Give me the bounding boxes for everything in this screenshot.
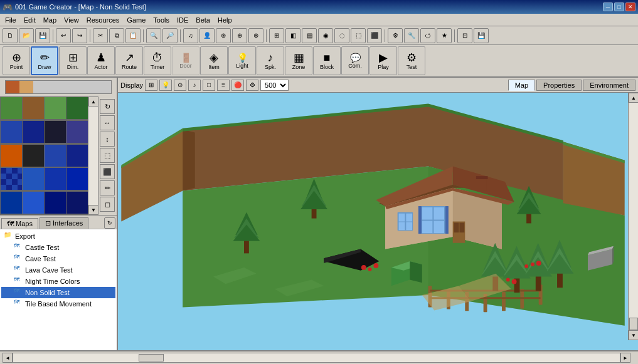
tile-scrollbar[interactable]: ▲ ▼ <box>88 96 98 215</box>
display-btn-5[interactable]: □ <box>203 80 215 91</box>
toolbar-redo[interactable]: ↪ <box>72 28 87 43</box>
hscroll-left-button[interactable]: ◄ <box>3 353 13 363</box>
toolbar-b3[interactable]: ⊗ <box>248 28 263 43</box>
tile-cell[interactable] <box>66 144 88 167</box>
tree-refresh-button[interactable]: ↻ <box>104 217 115 229</box>
tool-block[interactable]: ■ Block <box>313 46 341 75</box>
tile-cell[interactable] <box>44 96 67 120</box>
toolbar-b15[interactable]: 💾 <box>474 28 489 43</box>
tile-cell[interactable] <box>44 191 67 214</box>
tab-environment[interactable]: Environment <box>583 80 635 91</box>
tab-map[interactable]: Map <box>508 80 535 91</box>
tab-properties[interactable]: Properties <box>536 80 582 91</box>
tool-door[interactable]: 🚪 Door <box>172 46 199 75</box>
tile-cell[interactable] <box>66 167 88 190</box>
tree-item-non-solid-test[interactable]: 🗺 Non Solid Test <box>1 287 115 298</box>
toolbar-b8[interactable]: ⬚ <box>351 28 366 43</box>
tile-tool-flip-h[interactable]: ↔ <box>100 115 115 130</box>
tree-item-castle-test[interactable]: 🗺 Castle Test <box>1 242 115 253</box>
map-view[interactable]: ▲ ▼ <box>118 93 638 350</box>
tool-com[interactable]: 💬 Com. <box>341 46 369 75</box>
tab-interfaces[interactable]: ⊡ Interfaces <box>40 217 88 229</box>
tile-cell[interactable] <box>44 120 67 143</box>
toolbar-b14[interactable]: ⊡ <box>457 28 472 43</box>
toolbar-paste[interactable]: 📋 <box>125 28 141 43</box>
tile-tool-rotate[interactable]: ↻ <box>100 99 115 114</box>
tile-cell[interactable] <box>22 144 45 167</box>
display-btn-3[interactable]: ⊙ <box>174 80 186 91</box>
toolbar-grid[interactable]: ⊞ <box>269 28 284 43</box>
toolbar-zoom-out[interactable]: 🔎 <box>162 28 178 43</box>
toolbar-b7[interactable]: ◌ <box>334 28 349 43</box>
menu-help[interactable]: Help <box>214 15 236 25</box>
menu-edit[interactable]: Edit <box>20 15 40 25</box>
toolbar-b2[interactable]: ⊕ <box>232 28 247 43</box>
scroll-down-button[interactable]: ▼ <box>88 205 98 215</box>
tool-actor[interactable]: ♟ Actor <box>87 46 115 75</box>
tile-grid[interactable] <box>0 96 88 215</box>
tile-cell[interactable] <box>0 144 23 167</box>
tile-cell[interactable] <box>66 120 88 143</box>
tile-cell[interactable] <box>22 191 45 214</box>
tool-draw[interactable]: ✏ Draw <box>31 46 58 75</box>
tile-tool-select[interactable]: ⬚ <box>100 148 115 163</box>
tree-item-cave-test[interactable]: 🗺 Cave Test <box>1 253 115 264</box>
menu-file[interactable]: File <box>1 15 20 25</box>
hscroll-right-button[interactable]: ► <box>620 353 630 363</box>
maximize-button[interactable]: □ <box>614 3 624 11</box>
toolbar-b1[interactable]: ⊛ <box>216 28 231 43</box>
vscroll-track[interactable] <box>629 103 638 318</box>
tab-maps[interactable]: 🗺 Maps <box>1 218 38 229</box>
tool-point[interactable]: ⊕ Point <box>3 46 30 75</box>
tree-item-night-time-colors[interactable]: 🗺 Night Time Colors <box>1 276 115 287</box>
display-btn-7[interactable]: 🔴 <box>231 80 244 91</box>
toolbar-b4[interactable]: ◧ <box>285 28 300 43</box>
tile-cell[interactable] <box>44 167 67 190</box>
menu-tools[interactable]: Tools <box>149 15 173 25</box>
display-btn-8[interactable]: ⚙ <box>246 80 258 91</box>
tile-cell[interactable] <box>0 120 23 143</box>
tile-tool-eraser[interactable]: ◻ <box>100 197 115 212</box>
toolbar-b5[interactable]: ▤ <box>302 28 317 43</box>
menu-ide[interactable]: IDE <box>173 15 192 25</box>
tile-cell[interactable] <box>0 191 23 214</box>
toolbar-b6[interactable]: ◉ <box>318 28 333 43</box>
tile-tool-fill[interactable]: ⬛ <box>100 164 115 179</box>
tool-spk[interactable]: ♪ Spk. <box>257 46 284 75</box>
vertical-scrollbar[interactable]: ▲ ▼ <box>628 93 638 340</box>
tile-tool-pencil[interactable]: ✏ <box>100 180 115 195</box>
toolbar-save[interactable]: 💾 <box>35 28 50 43</box>
toolbar-b10[interactable]: ⚙ <box>388 28 403 43</box>
menu-view[interactable]: View <box>60 15 83 25</box>
hscroll-track[interactable] <box>13 353 620 363</box>
tile-tool-flip-v[interactable]: ↕ <box>100 132 115 147</box>
tile-cell[interactable] <box>66 96 88 120</box>
toolbar-b9[interactable]: ⬛ <box>367 28 382 43</box>
tile-cell[interactable] <box>0 167 23 190</box>
tree-item-lava-cave-test[interactable]: 🗺 Lava Cave Test <box>1 264 115 276</box>
display-btn-1[interactable]: ⊞ <box>145 80 157 91</box>
tool-play[interactable]: ▶ Play <box>370 46 397 75</box>
scroll-thumb[interactable] <box>88 107 98 205</box>
title-bar-buttons[interactable]: ─ □ ✕ <box>603 3 635 11</box>
tool-zone[interactable]: ▦ Zone <box>285 46 312 75</box>
vscroll-down-button[interactable]: ▼ <box>629 330 638 340</box>
tree-folder-export[interactable]: 📁 Export <box>1 231 115 242</box>
toolbar-cut[interactable]: ✂ <box>93 28 108 43</box>
toolbar-zoom-in[interactable]: 🔍 <box>146 28 161 43</box>
tile-cell[interactable] <box>22 96 45 120</box>
toolbar-new[interactable]: 🗋 <box>3 28 18 43</box>
menu-game[interactable]: Game <box>123 15 149 25</box>
toolbar-undo[interactable]: ↩ <box>56 28 71 43</box>
tile-cell[interactable] <box>22 167 45 190</box>
toolbar-b11[interactable]: 🔧 <box>404 28 419 43</box>
toolbar-open[interactable]: 📂 <box>19 28 34 43</box>
close-button[interactable]: ✕ <box>625 3 635 11</box>
menu-resources[interactable]: Resources <box>83 15 124 25</box>
toolbar-actor2[interactable]: 👤 <box>199 28 215 43</box>
tile-cell[interactable] <box>0 96 23 120</box>
tile-cell[interactable] <box>44 144 67 167</box>
tool-dim[interactable]: ⊞ Dim. <box>59 46 87 75</box>
tool-route[interactable]: ↗ Route <box>115 46 143 75</box>
toolbar-copy[interactable]: ⧉ <box>109 28 124 43</box>
